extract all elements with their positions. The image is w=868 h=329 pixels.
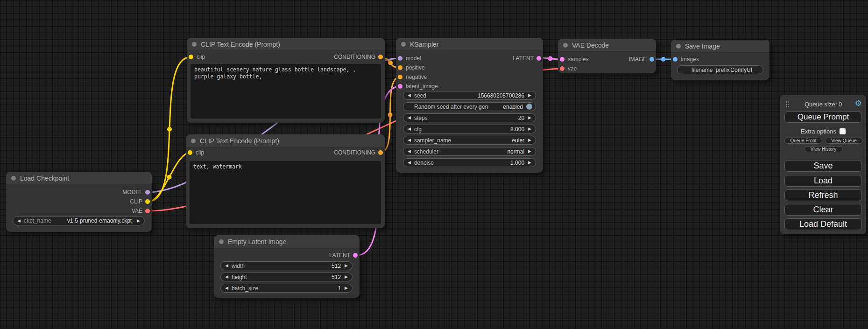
load-button[interactable]: Load xyxy=(784,175,862,187)
output-label: IMAGE xyxy=(628,56,647,63)
collapse-dot-icon[interactable] xyxy=(401,42,406,47)
port-row: negative xyxy=(396,72,543,82)
decrement-arrow-icon[interactable]: ◀ xyxy=(225,286,228,290)
wire-midpoint-dot[interactable] xyxy=(388,61,393,65)
increment-arrow-icon[interactable]: ▶ xyxy=(137,219,140,223)
decrement-arrow-icon[interactable]: ◀ xyxy=(408,138,411,142)
increment-arrow-icon[interactable]: ▶ xyxy=(528,149,531,154)
node-clip-text-encode-1[interactable]: CLIP Text Encode (Prompt) clip CONDITION… xyxy=(187,38,385,123)
input-label: vae xyxy=(568,65,577,72)
port-row: clip CONDITIONING xyxy=(186,148,385,157)
input-port-images[interactable] xyxy=(673,57,677,62)
decrement-arrow-icon[interactable]: ◀ xyxy=(408,149,411,154)
settings-gear-icon[interactable]: ⚙ xyxy=(855,98,862,108)
prompt-textarea[interactable]: beautiful scenery nature glass bottle la… xyxy=(191,64,381,119)
output-port-image[interactable] xyxy=(649,57,654,62)
height-widget[interactable]: ◀ height 512 ▶ xyxy=(220,273,353,281)
node-ksampler[interactable]: KSampler model LATENT positive negative … xyxy=(396,38,543,173)
increment-arrow-icon[interactable]: ▶ xyxy=(528,138,531,142)
input-port-positive[interactable] xyxy=(398,65,402,70)
output-port-vae[interactable] xyxy=(145,209,150,213)
clear-button[interactable]: Clear xyxy=(784,204,862,216)
denoise-widget[interactable]: ◀ denoise 1.000 ▶ xyxy=(403,158,536,167)
node-title-bar[interactable]: KSampler xyxy=(396,38,543,51)
decrement-arrow-icon[interactable]: ◀ xyxy=(408,161,411,165)
node-clip-text-encode-2[interactable]: CLIP Text Encode (Prompt) clip CONDITION… xyxy=(186,134,385,228)
wire-midpoint-dot[interactable] xyxy=(388,112,393,117)
filename-prefix-widget[interactable]: filename_prefix ComfyUI xyxy=(677,65,763,74)
node-save-image[interactable]: Save Image images filename_prefix ComfyU… xyxy=(671,40,769,80)
input-port-clip[interactable] xyxy=(189,55,193,59)
width-widget[interactable]: ◀ width 512 ▶ xyxy=(220,261,353,270)
sampler-name-widget[interactable]: ◀ sampler_name euler ▶ xyxy=(403,136,536,145)
collapse-dot-icon[interactable] xyxy=(192,42,197,47)
output-port-conditioning[interactable] xyxy=(378,55,383,59)
input-port-model[interactable] xyxy=(398,56,402,61)
node-title-bar[interactable]: Load Checkpoint xyxy=(6,172,152,185)
seed-widget[interactable]: ◀ seed 156680208700286 ▶ xyxy=(403,91,536,100)
input-port-vae[interactable] xyxy=(560,66,565,71)
collapse-dot-icon[interactable] xyxy=(191,139,196,143)
collapse-dot-icon[interactable] xyxy=(219,239,224,244)
input-port-clip[interactable] xyxy=(188,150,192,155)
queue-front-button[interactable]: Queue Front xyxy=(784,138,822,144)
wire-midpoint-dot[interactable] xyxy=(167,175,172,180)
output-port-latent[interactable] xyxy=(353,253,358,258)
collapse-dot-icon[interactable] xyxy=(563,43,568,48)
save-button[interactable]: Save xyxy=(784,160,862,172)
decrement-arrow-icon[interactable]: ◀ xyxy=(408,127,411,131)
random-seed-toggle-widget[interactable]: Random seed after every gen enabled xyxy=(403,102,536,111)
widget-label: cfg xyxy=(414,126,422,133)
input-label: clip xyxy=(196,149,204,156)
node-empty-latent-image[interactable]: Empty Latent Image LATENT ◀ width 512 ▶ … xyxy=(214,235,360,298)
input-port-latent-image[interactable] xyxy=(398,84,402,89)
prompt-textarea[interactable]: text, watermark xyxy=(190,161,381,224)
ckpt-name-widget[interactable]: ◀ ckpt_name v1-5-pruned-emaonly.ckpt ▶ xyxy=(13,216,145,225)
input-port-samples[interactable] xyxy=(560,57,565,62)
queue-prompt-button[interactable]: Queue Prompt xyxy=(784,112,862,123)
node-load-checkpoint[interactable]: Load Checkpoint MODEL CLIP VAE ◀ ckpt_na… xyxy=(6,172,152,232)
extra-options-checkbox[interactable] xyxy=(840,128,846,134)
node-title-bar[interactable]: CLIP Text Encode (Prompt) xyxy=(187,38,385,51)
steps-widget[interactable]: ◀ steps 20 ▶ xyxy=(403,113,536,122)
increment-arrow-icon[interactable]: ▶ xyxy=(345,264,348,268)
batch-size-widget[interactable]: ◀ batch_size 1 ▶ xyxy=(220,284,353,293)
node-vae-decode[interactable]: VAE Decode samples IMAGE vae xyxy=(558,39,656,73)
cfg-widget[interactable]: ◀ cfg 8.000 ▶ xyxy=(403,125,536,133)
port-row: latent_image xyxy=(396,82,543,91)
decrement-arrow-icon[interactable]: ◀ xyxy=(225,264,228,268)
view-queue-button[interactable]: View Queue xyxy=(825,138,863,144)
decrement-arrow-icon[interactable]: ◀ xyxy=(408,93,411,98)
increment-arrow-icon[interactable]: ▶ xyxy=(528,161,531,165)
input-port-negative[interactable] xyxy=(398,75,402,79)
drag-handle-icon[interactable] xyxy=(785,101,789,107)
increment-arrow-icon[interactable]: ▶ xyxy=(528,127,531,131)
wire-midpoint-dot[interactable] xyxy=(661,57,666,62)
increment-arrow-icon[interactable]: ▶ xyxy=(345,275,348,279)
decrement-arrow-icon[interactable]: ◀ xyxy=(225,275,228,279)
node-title-bar[interactable]: CLIP Text Encode (Prompt) xyxy=(186,134,385,147)
node-title-bar[interactable]: Empty Latent Image xyxy=(214,235,360,248)
decrement-arrow-icon[interactable]: ◀ xyxy=(408,116,411,120)
output-port-latent[interactable] xyxy=(536,56,541,61)
load-default-button[interactable]: Load Default xyxy=(784,218,862,230)
increment-arrow-icon[interactable]: ▶ xyxy=(345,286,348,290)
output-port-clip[interactable] xyxy=(145,199,150,204)
node-title-bar[interactable]: VAE Decode xyxy=(558,39,656,52)
output-port-conditioning[interactable] xyxy=(378,150,383,155)
refresh-button[interactable]: Refresh xyxy=(784,189,862,201)
collapse-dot-icon[interactable] xyxy=(676,44,681,49)
output-label: CONDITIONING xyxy=(334,149,375,156)
increment-arrow-icon[interactable]: ▶ xyxy=(528,116,531,120)
decrement-arrow-icon[interactable]: ◀ xyxy=(17,219,21,223)
wire-midpoint-dot[interactable] xyxy=(548,56,553,61)
widget-label: ckpt_name xyxy=(24,217,51,224)
output-port-model[interactable] xyxy=(145,190,150,195)
scheduler-widget[interactable]: ◀ scheduler normal ▶ xyxy=(403,147,536,156)
toggle-knob-icon[interactable] xyxy=(526,104,532,110)
node-title-bar[interactable]: Save Image xyxy=(671,40,769,53)
wire-midpoint-dot[interactable] xyxy=(167,127,172,132)
collapse-dot-icon[interactable] xyxy=(11,176,16,181)
increment-arrow-icon[interactable]: ▶ xyxy=(528,93,531,98)
view-history-button[interactable]: View History xyxy=(804,146,843,152)
